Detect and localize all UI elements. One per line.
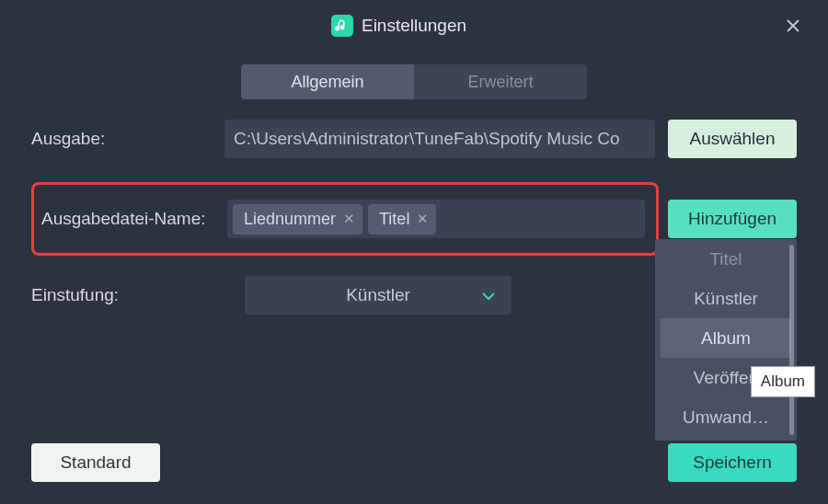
tab-advanced[interactable]: Erweitert bbox=[414, 64, 587, 99]
add-button[interactable]: Hinzufügen bbox=[668, 200, 797, 238]
remove-tag-icon[interactable]: ✕ bbox=[417, 211, 429, 227]
dropdown-item-album[interactable]: Album bbox=[661, 318, 791, 358]
tag-label: Liednummer bbox=[244, 210, 336, 229]
remove-tag-icon[interactable]: ✕ bbox=[343, 211, 355, 227]
tab-general[interactable]: Allgemein bbox=[241, 64, 414, 99]
dropdown-scrollbar[interactable] bbox=[789, 245, 794, 435]
classification-select[interactable]: Künstler bbox=[245, 276, 512, 315]
tooltip: Album bbox=[751, 366, 815, 397]
save-button[interactable]: Speichern bbox=[668, 443, 797, 482]
app-icon bbox=[331, 15, 353, 37]
filename-label: Ausgabedatei-Name: bbox=[41, 209, 227, 229]
choose-button[interactable]: Auswählen bbox=[668, 120, 797, 158]
dropdown-item-title[interactable]: Titel bbox=[655, 239, 797, 279]
tag-label: Titel bbox=[379, 210, 409, 229]
add-dropdown[interactable]: Titel Künstler Album Veröffen Umwand… bbox=[655, 239, 797, 441]
window-title: Einstellungen bbox=[362, 16, 466, 36]
close-icon[interactable] bbox=[786, 18, 800, 33]
classification-label: Einstufung: bbox=[31, 285, 245, 305]
output-path-field[interactable]: C:\Users\Administrator\TuneFab\Spotify M… bbox=[224, 120, 655, 158]
default-button[interactable]: Standard bbox=[31, 443, 160, 482]
footer: Standard Speichern bbox=[31, 443, 797, 482]
titlebar: Einstellungen bbox=[0, 0, 828, 52]
tag-title: Titel ✕ bbox=[368, 204, 436, 235]
classification-value: Künstler bbox=[346, 285, 410, 305]
row-output: Ausgabe: C:\Users\Administrator\TuneFab\… bbox=[31, 120, 797, 158]
dropdown-item-convert[interactable]: Umwand… bbox=[655, 397, 797, 437]
tag-tracknumber: Liednummer ✕ bbox=[233, 204, 362, 235]
tab-bar: Allgemein Erweitert bbox=[0, 64, 828, 99]
chevron-down-icon bbox=[482, 285, 495, 305]
output-label: Ausgabe: bbox=[31, 129, 224, 149]
filename-highlight: Ausgabedatei-Name: Liednummer ✕ Titel ✕ bbox=[31, 182, 659, 256]
filename-tag-input[interactable]: Liednummer ✕ Titel ✕ bbox=[227, 200, 645, 238]
dropdown-item-artist[interactable]: Künstler bbox=[655, 279, 797, 318]
